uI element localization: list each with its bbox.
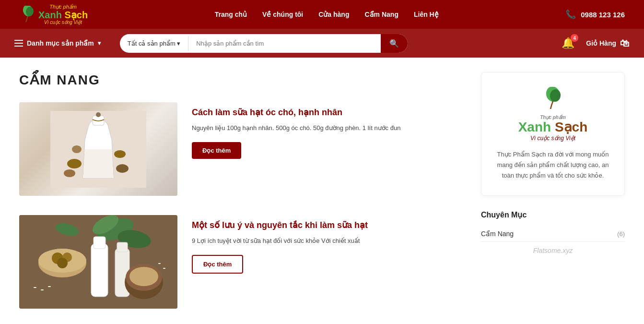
notification-badge: 4 xyxy=(571,34,578,42)
article-2-read-more-button[interactable]: Đọc thêm xyxy=(192,255,243,274)
articles-section: CẨM NANG xyxy=(19,72,467,324)
sidebar-description: Thực Phẩm Sạch ra đời với mong muốn mang… xyxy=(491,149,615,181)
search-category-dropdown[interactable]: Tất cả sản phẩm ▾ xyxy=(120,36,189,51)
nav-cua-hang[interactable]: Cửa hàng xyxy=(318,11,349,18)
svg-point-5 xyxy=(67,159,82,168)
sidebar-logo-brand: Thực phẩm Xanh Sạch xyxy=(491,115,615,135)
article-card: Một số lưu ý và nguyên tắc khi làm sữa h… xyxy=(19,215,467,309)
search-category-label: Tất cả sản phẩm xyxy=(128,40,176,47)
svg-point-6 xyxy=(114,150,126,158)
article-1-read-more-button[interactable]: Đọc thêm xyxy=(192,142,241,159)
article-2-image xyxy=(19,215,177,309)
svg-point-8 xyxy=(116,164,129,173)
search-category-arrow: ▾ xyxy=(177,40,180,47)
sidebar-logo-xanh: Xanh xyxy=(518,120,551,134)
cart-button[interactable]: Giỏ Hàng 🛍 xyxy=(586,38,630,49)
logo-brand-name: Xanh Sạch xyxy=(38,10,88,20)
article-2-body: Một số lưu ý và nguyên tắc khi làm sữa h… xyxy=(192,215,467,274)
sidebar-logo-card: Thực phẩm Xanh Sạch Vì cuộc sống Việt Th… xyxy=(481,72,625,196)
nav-cam-nang[interactable]: Cẩm Nang xyxy=(364,11,398,18)
main-content: CẨM NANG xyxy=(0,58,644,324)
svg-point-4 xyxy=(96,112,101,117)
watermark: Flatsome.xyz xyxy=(481,242,625,259)
category-menu-button[interactable]: Danh mục sản phẩm ▾ xyxy=(14,39,101,47)
notifications-bell[interactable]: 🔔 4 xyxy=(562,37,574,49)
cart-icon: 🛍 xyxy=(620,38,630,49)
milk-bottle-svg xyxy=(50,111,146,188)
sidebar-categories: Chuyên Mục Cẩm Nang (6) xyxy=(481,210,625,242)
svg-rect-23 xyxy=(117,242,128,252)
logo-tagline: Vì cuộc sống Việt xyxy=(44,20,82,25)
svg-point-19 xyxy=(57,258,68,268)
sidebar-category-item[interactable]: Cẩm Nang (6) xyxy=(481,226,625,242)
svg-rect-27 xyxy=(34,287,36,288)
svg-rect-20 xyxy=(91,244,108,297)
nav-ve-chung-toi[interactable]: Về chúng tôi xyxy=(262,11,303,18)
sidebar-logo-icon xyxy=(541,87,565,111)
sidebar-logo-tagline: Vì cuộc sống Việt xyxy=(491,135,615,142)
svg-rect-28 xyxy=(41,289,44,290)
logo: Thực phẩm Xanh Sạch Vì cuộc sống Việt xyxy=(19,4,88,25)
sidebar-category-label: Cẩm Nang xyxy=(481,230,514,238)
nut-milk-svg xyxy=(19,215,177,309)
sidebar-section-title: Chuyên Mục xyxy=(481,210,625,219)
svg-point-9 xyxy=(64,169,75,177)
top-navigation: Thực phẩm Xanh Sạch Vì cuộc sống Việt Tr… xyxy=(0,0,644,29)
sidebar-logo-sach: Sạch xyxy=(555,120,587,134)
article-1-image xyxy=(19,102,177,196)
article-2-excerpt: 9 Lợi ích tuyệt vời từ sữa hạt đối với s… xyxy=(192,236,467,246)
phone-number: 0988 123 126 xyxy=(581,11,625,19)
hamburger-icon xyxy=(14,40,23,47)
search-bar: Tất cả sản phẩm ▾ 🔍 xyxy=(120,34,408,53)
top-nav-phone: 📞 0988 123 126 xyxy=(565,9,625,20)
logo-sach: Sạch xyxy=(64,10,88,20)
nav-lien-he[interactable]: Liên Hệ xyxy=(414,11,439,18)
svg-rect-21 xyxy=(94,237,105,249)
phone-icon: 📞 xyxy=(565,9,576,20)
article-1-excerpt: Nguyên liệu 100g hạnh nhân. 500g óc chó.… xyxy=(192,123,467,133)
sidebar: Thực phẩm Xanh Sạch Vì cuộc sống Việt Th… xyxy=(481,72,625,324)
category-dropdown-icon: ▾ xyxy=(98,40,101,47)
logo-area[interactable]: Thực phẩm Xanh Sạch Vì cuộc sống Việt xyxy=(19,4,88,25)
nav-right-actions: 🔔 4 Giỏ Hàng 🛍 xyxy=(562,37,630,49)
main-nav-links: Trang chủ Về chúng tôi Cửa hàng Cẩm Nang… xyxy=(215,10,439,19)
search-icon: 🔍 xyxy=(389,39,399,48)
article-2-title[interactable]: Một số lưu ý và nguyên tắc khi làm sữa h… xyxy=(192,220,467,230)
category-menu-label: Danh mục sản phẩm xyxy=(27,39,94,47)
article-1-title[interactable]: Cách làm sữa hạt óc chó, hạnh nhân xyxy=(192,107,467,118)
svg-rect-31 xyxy=(163,268,165,269)
search-input[interactable] xyxy=(188,36,380,51)
svg-rect-29 xyxy=(48,286,51,287)
search-button[interactable]: 🔍 xyxy=(381,34,408,53)
secondary-navigation: Danh mục sản phẩm ▾ Tất cả sản phẩm ▾ 🔍 … xyxy=(0,29,644,58)
logo-leaf-icon xyxy=(19,6,36,23)
svg-rect-30 xyxy=(158,263,161,264)
page-title: CẨM NANG xyxy=(19,72,467,88)
logo-xanh: Xanh xyxy=(38,10,62,20)
nav-trang-chu[interactable]: Trang chủ xyxy=(215,11,247,18)
svg-point-26 xyxy=(129,267,158,286)
cart-label: Giỏ Hàng xyxy=(586,39,616,47)
article-1-body: Cách làm sữa hạt óc chó, hạnh nhân Nguyê… xyxy=(192,102,467,159)
svg-point-7 xyxy=(72,145,82,153)
article-card: Cách làm sữa hạt óc chó, hạnh nhân Nguyê… xyxy=(19,102,467,196)
sidebar-category-count: (6) xyxy=(617,230,625,238)
